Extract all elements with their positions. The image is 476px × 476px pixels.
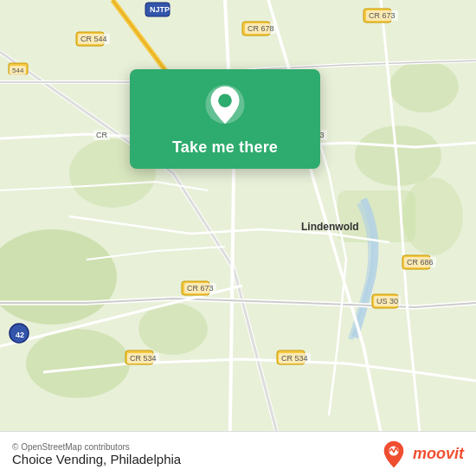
- label-cr-mid: CR: [93, 130, 110, 140]
- label-cr534-right: CR 534: [279, 353, 311, 363]
- map-container: NJTP CR 544 CR 678 CR 673 544 CR CR 673 …: [0, 0, 476, 476]
- popup-card: Take me there: [130, 69, 320, 169]
- label-cr534-left: CR 534: [127, 353, 159, 363]
- svg-point-7: [138, 303, 208, 355]
- label-cr673-top: CR 673: [366, 10, 398, 21]
- label-cr678: CR 678: [245, 23, 277, 34]
- moovit-logo: moovit: [380, 441, 464, 468]
- label-cr686: CR 686: [404, 257, 436, 267]
- town-lindenwold: Lindenwold: [301, 221, 359, 233]
- bottom-bar: © OpenStreetMap contributors Choice Vend…: [0, 431, 476, 476]
- label-cr673-lower: CR 673: [184, 283, 216, 293]
- moovit-text: moovit: [413, 445, 464, 463]
- bottom-left-info: © OpenStreetMap contributors Choice Vend…: [12, 442, 181, 466]
- svg-point-22: [218, 93, 232, 107]
- svg-point-2: [26, 329, 130, 398]
- label-rt42: 42: [13, 330, 27, 340]
- copyright-text: © OpenStreetMap contributors: [12, 442, 181, 452]
- label-njtp: NJTP: [147, 4, 172, 15]
- location-name: Choice Vending, Philadelphia: [12, 452, 181, 466]
- svg-point-4: [389, 61, 459, 113]
- label-cr544: CR 544: [78, 34, 110, 44]
- label-us30: US 30: [374, 296, 401, 306]
- moovit-icon: [380, 441, 408, 468]
- location-pin-icon: [203, 85, 248, 130]
- label-544-left: 544: [10, 66, 26, 75]
- take-me-there-button[interactable]: Take me there: [172, 138, 278, 157]
